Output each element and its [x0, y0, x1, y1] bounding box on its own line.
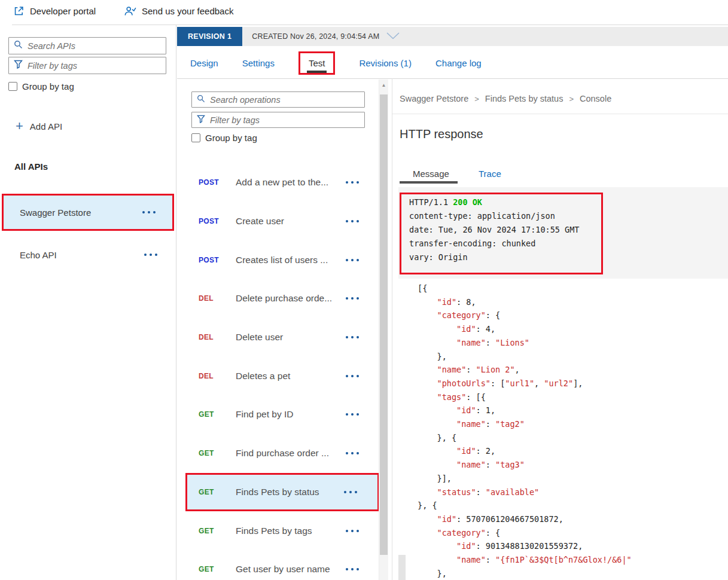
json-punct [418, 555, 456, 564]
plus-icon: + [16, 121, 23, 132]
json-line: "name": "tag2" [418, 417, 632, 431]
ellipsis-icon[interactable] [346, 530, 359, 532]
ellipsis-icon[interactable] [344, 491, 357, 493]
body-scrollbar[interactable] [398, 555, 406, 580]
breadcrumb-item[interactable]: Console [580, 94, 611, 103]
group-by-tag-label: Group by tag [205, 133, 257, 143]
json-punct: : 4, [476, 324, 496, 334]
search-operations-input[interactable] [210, 95, 360, 105]
ellipsis-icon[interactable] [346, 336, 359, 338]
feedback-link[interactable]: Send us your feedback [124, 5, 233, 17]
json-string: "Lions" [495, 338, 529, 347]
chevron-down-icon[interactable] [386, 31, 400, 42]
breadcrumb-item[interactable]: Swagger Petstore [400, 94, 468, 103]
operation-label: Find pet by ID [236, 409, 346, 420]
ellipsis-icon[interactable] [346, 181, 359, 184]
add-api-button[interactable]: + Add API [16, 121, 62, 132]
developer-portal-link[interactable]: Developer portal [13, 5, 96, 17]
json-line: }, [418, 567, 632, 580]
filter-operations-input[interactable] [210, 115, 360, 125]
ellipsis-icon[interactable] [346, 413, 359, 416]
json-line: "name": "{fn1P`&3$Qt[b^n7&Glox!/&6|" [418, 553, 632, 567]
json-punct: }, [418, 352, 447, 361]
ellipsis-icon[interactable] [142, 211, 156, 213]
operation-row[interactable]: POSTAdd a new pet to the... [185, 163, 379, 202]
json-punct [418, 541, 456, 551]
json-punct [418, 338, 456, 347]
console-tab-message[interactable]: Message [413, 169, 449, 179]
group-by-tag-operations[interactable]: Group by tag [191, 133, 257, 143]
json-punct [418, 324, 456, 334]
operation-row[interactable]: DELDelete user [185, 318, 379, 357]
filter-apis-input[interactable] [28, 61, 161, 71]
sidebar-api-item[interactable]: Swagger Petstore [2, 194, 174, 231]
scroll-up-icon[interactable]: ▲ [379, 81, 388, 89]
operation-row[interactable]: DELDeletes a pet [185, 356, 379, 395]
json-key: "category" [437, 528, 486, 538]
api-filter-box [8, 57, 166, 74]
json-punct [418, 405, 456, 415]
operation-row[interactable]: POSTCreate user [185, 202, 379, 241]
tab-test[interactable]: Test [298, 51, 336, 75]
json-line: }, [418, 350, 632, 364]
operation-row[interactable]: POSTCreates list of users ... [185, 240, 379, 279]
json-line: "category": { [418, 309, 632, 322]
tab-change-log[interactable]: Change log [435, 52, 482, 74]
sidebar-api-item[interactable]: Echo API [2, 239, 174, 270]
tab-design[interactable]: Design [190, 52, 218, 74]
json-key: "name" [456, 419, 486, 429]
json-punct: [{ [418, 283, 427, 293]
search-apis-input[interactable] [28, 41, 161, 51]
active-tab-underline [400, 181, 458, 184]
method-badge: DEL [199, 333, 225, 341]
ellipsis-icon[interactable] [346, 259, 359, 261]
ellipsis-icon[interactable] [346, 375, 359, 377]
feedback-person-icon [124, 5, 136, 17]
operation-label: Add a new pet to the... [236, 177, 346, 188]
json-punct: , [515, 365, 520, 374]
operation-row[interactable]: GETGet user by user name [185, 550, 379, 580]
json-key: "category" [437, 310, 486, 320]
json-punct [418, 419, 456, 429]
all-apis-heading: All APIs [14, 161, 48, 172]
operations-scrollbar[interactable]: ▲ [379, 80, 388, 580]
operation-row[interactable]: GETFind pet by ID [185, 395, 379, 434]
json-key: "name" [456, 460, 486, 469]
ellipsis-icon[interactable] [346, 568, 359, 570]
tab-revisions-1-[interactable]: Revisions (1) [359, 52, 412, 74]
json-string: "available" [486, 487, 539, 497]
breadcrumb-item[interactable]: Finds Pets by status [485, 94, 563, 103]
status-code: 200 OK [453, 197, 482, 207]
response-body: [{ "id": 8, "category": { "id": 4, "name… [418, 282, 632, 580]
json-line: "id": 2, [418, 444, 632, 458]
console-tab-trace[interactable]: Trace [479, 169, 501, 179]
method-badge: DEL [199, 294, 225, 303]
ellipsis-icon[interactable] [346, 220, 359, 222]
active-tab-underline [307, 71, 327, 73]
operation-row[interactable]: DELDelete purchase orde... [185, 279, 379, 318]
json-punct [418, 392, 437, 402]
ellipsis-icon[interactable] [346, 452, 359, 454]
json-punct: : 9013488130201559372, [476, 541, 583, 551]
json-line: "category": { [418, 526, 632, 540]
response-header-line: date: Tue, 26 Nov 2024 17:10:55 GMT [409, 223, 579, 237]
ellipsis-icon[interactable] [144, 254, 157, 256]
ellipsis-icon[interactable] [346, 297, 359, 300]
operation-row[interactable]: GETFind purchase order ... [185, 434, 379, 473]
group-by-tag-checkbox[interactable] [191, 133, 200, 142]
operation-label: Get user by user name [236, 564, 346, 575]
json-punct: , [534, 378, 544, 388]
operation-row[interactable]: GETFinds Pets by tags [185, 511, 379, 550]
group-by-tag-checkbox[interactable] [8, 82, 17, 91]
tab-settings[interactable]: Settings [242, 52, 275, 74]
json-punct [418, 446, 456, 456]
breadcrumb-separator: > [474, 94, 479, 103]
json-punct: : { [486, 310, 500, 320]
group-by-tag-sidebar[interactable]: Group by tag [8, 81, 74, 91]
scrollbar-thumb[interactable] [380, 94, 388, 555]
json-punct [418, 297, 437, 307]
json-punct: : [ [491, 378, 505, 388]
operation-row[interactable]: GETFinds Pets by status [185, 473, 379, 512]
operation-label: Finds Pets by tags [236, 526, 346, 536]
json-string: "tag2" [495, 419, 525, 429]
